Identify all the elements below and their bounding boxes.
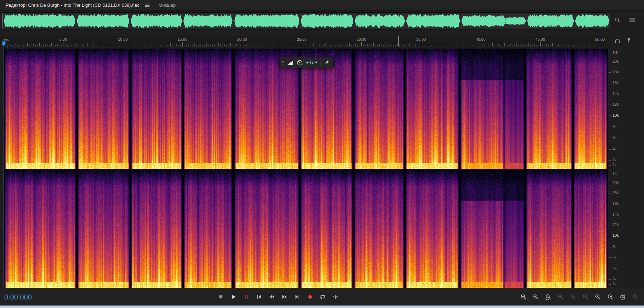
volume-knob-icon[interactable] xyxy=(296,60,303,66)
ruler-tick xyxy=(498,44,499,46)
ruler-tick xyxy=(248,44,248,46)
zoom-out-button[interactable] xyxy=(532,293,540,301)
zoom-out-point-button[interactable] xyxy=(594,293,602,301)
time-display[interactable]: 0:00.000 xyxy=(4,293,32,301)
ruler-tick xyxy=(572,45,572,46)
ruler-tick xyxy=(387,45,388,46)
waveform-overview[interactable] xyxy=(2,13,610,29)
marker-icon[interactable] xyxy=(626,38,632,45)
ruler-tick xyxy=(552,43,553,46)
skip-selection-button[interactable] xyxy=(332,293,339,301)
ruler-tick xyxy=(530,45,531,46)
ruler-label-20:00: 20:00 xyxy=(237,37,247,41)
gain-value[interactable]: +0 dB xyxy=(306,60,317,65)
status-bar: 0:00.000 xyxy=(0,288,644,306)
ruler-tick xyxy=(604,45,604,46)
play-button[interactable] xyxy=(230,293,237,301)
zoom-in-point-button[interactable] xyxy=(582,293,589,301)
ruler-tick xyxy=(419,45,419,46)
freq-tick xyxy=(609,193,611,194)
ruler-tick xyxy=(242,42,242,46)
ruler-tick xyxy=(185,45,185,46)
rewind-button[interactable] xyxy=(268,293,276,301)
ruler-label-25:00: 25:00 xyxy=(297,37,307,41)
ruler-tick xyxy=(508,45,509,46)
ruler-tick xyxy=(182,42,183,46)
ruler-tick xyxy=(562,45,563,46)
zoom-in-button[interactable] xyxy=(520,293,527,301)
ruler-tick xyxy=(461,45,461,46)
ruler-tick xyxy=(375,45,375,46)
ruler-tick xyxy=(105,44,105,46)
ruler-tick xyxy=(22,44,22,46)
ruler-tick xyxy=(81,44,81,46)
ruler-tick xyxy=(149,45,149,46)
reset-zoom-button[interactable] xyxy=(619,293,627,301)
go-to-start-button[interactable] xyxy=(255,293,263,301)
ruler-tick xyxy=(329,45,330,46)
go-to-end-button[interactable] xyxy=(293,293,301,301)
ruler-tick xyxy=(546,44,547,46)
ruler-tick xyxy=(334,45,334,46)
freq-label-20k: 20k xyxy=(612,180,619,185)
ruler-tick xyxy=(143,45,143,46)
zoom-to-selection-button[interactable] xyxy=(544,293,552,301)
ruler-tick xyxy=(115,45,115,46)
zoom-selection-horizontal-button[interactable] xyxy=(606,293,614,301)
zoom-out-vertical-button[interactable] xyxy=(569,293,577,301)
ruler-tick xyxy=(286,45,286,46)
overview-zoom-icon[interactable] xyxy=(615,17,621,24)
stop-button[interactable] xyxy=(217,293,225,301)
ruler-tick xyxy=(157,45,157,46)
freq-tick xyxy=(609,94,611,94)
ruler-tick xyxy=(192,45,193,46)
volume-hud[interactable]: +0 dB xyxy=(279,57,334,68)
tab-editor[interactable]: Редактор: Chris De Burgh - Into The Ligh… xyxy=(4,0,152,10)
ruler-tick xyxy=(99,43,99,46)
freq-label-14k: 14k xyxy=(612,91,619,96)
ruler-tick xyxy=(433,43,433,46)
tab-mixer[interactable]: Микшер xyxy=(156,0,178,10)
overview-waveform-canvas[interactable] xyxy=(2,13,610,29)
ruler-tick xyxy=(349,43,350,46)
ruler-tick xyxy=(550,45,550,46)
ruler-tick xyxy=(45,44,46,46)
ruler-tick xyxy=(524,45,525,46)
headphones-icon[interactable] xyxy=(614,38,621,45)
ruler-tick xyxy=(85,45,85,46)
zoom-full-button[interactable] xyxy=(631,293,639,301)
panel-menu-icon[interactable] xyxy=(145,3,150,7)
ruler-tick xyxy=(41,45,42,46)
ruler-tick xyxy=(407,45,407,46)
ruler-tick xyxy=(516,43,517,46)
ruler-tick xyxy=(107,45,107,46)
ruler-tick xyxy=(411,45,411,46)
freq-label-1k: 1k xyxy=(612,163,617,167)
ruler-label-5:00: 5:00 xyxy=(60,37,67,41)
pin-icon[interactable] xyxy=(324,60,329,65)
ruler-tick xyxy=(405,45,406,46)
overview-panels-icon[interactable] xyxy=(629,17,635,24)
loop-playback-button[interactable] xyxy=(319,293,327,301)
ruler-tick xyxy=(369,45,370,46)
freq-tick xyxy=(609,204,611,204)
pause-button[interactable] xyxy=(242,293,250,301)
ruler-tick xyxy=(226,45,227,46)
record-button[interactable] xyxy=(306,293,314,301)
hud-grip-icon[interactable] xyxy=(282,60,284,65)
fast-forward-button[interactable] xyxy=(281,293,288,301)
ruler-tick xyxy=(318,45,318,46)
spectrogram-right-channel[interactable] xyxy=(4,170,608,288)
ruler-tick xyxy=(188,44,189,46)
zoom-in-vertical-button[interactable] xyxy=(557,293,565,301)
ruler-tick xyxy=(542,45,543,46)
freq-tick xyxy=(609,127,611,127)
ruler-tick xyxy=(169,45,169,46)
ruler-label-45:00: 45:00 xyxy=(535,37,545,41)
ruler-tick xyxy=(200,44,201,46)
ruler-tick xyxy=(160,45,161,46)
ruler-tick xyxy=(582,44,582,46)
ruler-tick xyxy=(463,44,463,46)
ruler-tick xyxy=(234,45,235,46)
timeline-ruler[interactable]: чмс 5:0010:0015:0020:0025:0030:0035:0040… xyxy=(0,36,610,46)
